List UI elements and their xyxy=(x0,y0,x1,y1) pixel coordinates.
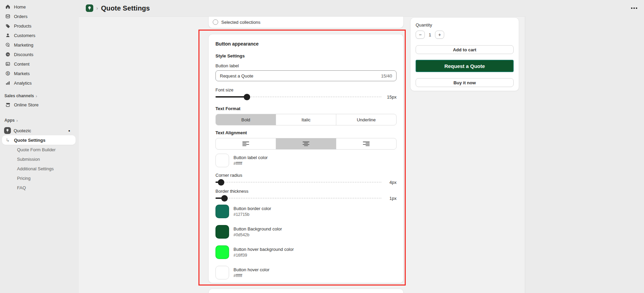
svg-text:%: % xyxy=(6,53,9,56)
color-swatch[interactable] xyxy=(215,225,229,239)
request-a-quote-button[interactable]: Request a Quote xyxy=(416,60,514,72)
slider-thumb[interactable] xyxy=(244,94,250,100)
slider-dotted-track xyxy=(215,198,382,199)
font-size-value: 15px xyxy=(386,94,397,100)
next-card-partial xyxy=(208,289,404,293)
sidebar-item-analytics[interactable]: Analytics xyxy=(2,78,77,88)
sidebar-item-label: Home xyxy=(14,4,26,10)
slider-track[interactable] xyxy=(215,194,382,202)
sidebar-item-markets[interactable]: $ Markets xyxy=(2,69,77,78)
align-left-icon xyxy=(242,141,249,146)
text-format-option-italic[interactable]: Italic xyxy=(276,114,336,125)
quantity-label: Quantity xyxy=(416,22,514,28)
marketing-target-icon xyxy=(5,42,11,48)
sidebar-item-label: FAQ xyxy=(17,185,26,190)
sidebar-item-quotezic-app[interactable]: Quotezic • xyxy=(2,126,77,135)
sidebar-item-quote-form-builder[interactable]: Quote Form Builder xyxy=(2,145,77,154)
quotezic-app-icon xyxy=(86,4,93,12)
align-right-option[interactable] xyxy=(336,138,396,149)
align-center-option[interactable] xyxy=(276,138,336,149)
home-icon xyxy=(5,4,11,10)
dot-icon xyxy=(633,7,635,9)
currency-globe-icon: $ xyxy=(5,71,11,76)
add-to-cart-button[interactable]: Add to cart xyxy=(416,45,514,54)
quotezic-app-icon xyxy=(4,127,11,134)
color-label: Button label color xyxy=(234,155,268,160)
breadcrumb-chevron-icon: › xyxy=(96,5,98,11)
text-format-option-underline[interactable]: Underline xyxy=(336,114,396,125)
text-format-option-bold[interactable]: Bold xyxy=(216,114,276,125)
button-label-field-label: Button label xyxy=(215,63,397,68)
sidebar-item-products[interactable]: Products xyxy=(2,21,77,31)
button-appearance-card: Button appearance Style Settings Button … xyxy=(208,34,404,283)
color-label: Button hover color xyxy=(234,267,270,272)
sidebar-item-label: Customers xyxy=(14,33,35,38)
text-alignment-segmented-control xyxy=(215,138,397,150)
sidebar-item-faq[interactable]: FAQ xyxy=(2,183,77,192)
sidebar-item-label: Marketing xyxy=(14,42,33,48)
sidebar-item-label: Pricing xyxy=(17,176,31,181)
slider-thumb[interactable] xyxy=(221,195,228,202)
border-thickness-slider[interactable]: 1px xyxy=(215,194,397,202)
button-label-input[interactable]: Request a Quote 15/40 xyxy=(215,70,397,81)
sidebar-item-additional-settings[interactable]: Additional Settings xyxy=(2,164,77,173)
discount-badge-icon: % xyxy=(5,52,11,57)
buy-it-now-button[interactable]: Buy it now xyxy=(416,78,514,87)
overflow-menu-button[interactable] xyxy=(630,6,639,10)
apps-section[interactable]: Apps › xyxy=(2,116,77,124)
slider-track[interactable] xyxy=(215,93,382,101)
sales-channels-section[interactable]: Sales channels › xyxy=(2,92,77,100)
style-settings-heading: Style Settings xyxy=(215,53,397,58)
color-swatch[interactable] xyxy=(215,266,229,279)
sidebar-item-orders[interactable]: Orders xyxy=(2,12,77,21)
font-size-slider[interactable]: 15px xyxy=(215,93,397,101)
slider-track[interactable] xyxy=(215,178,382,186)
sidebar-item-label: Quote Settings xyxy=(14,138,45,143)
sidebar-item-submission[interactable]: Submission xyxy=(2,154,77,164)
slider-thumb[interactable] xyxy=(218,179,224,186)
sidebar-item-pricing[interactable]: Pricing xyxy=(2,173,77,183)
sidebar-item-marketing[interactable]: Marketing xyxy=(2,40,77,50)
sidebar-item-label: Quote Form Builder xyxy=(17,147,55,152)
color-hex: #ffffff xyxy=(234,273,270,278)
sidebar-item-label: Content xyxy=(14,62,30,67)
align-center-icon xyxy=(302,141,310,146)
align-left-option[interactable] xyxy=(216,138,276,149)
sidebar-item-label: Discounts xyxy=(14,52,33,57)
sidebar-item-discounts[interactable]: % Discounts xyxy=(2,50,77,59)
color-swatch[interactable] xyxy=(215,245,229,259)
button-label-color-row: Button label color #ffffff xyxy=(215,154,397,167)
quantity-increase-button[interactable]: + xyxy=(435,31,444,39)
corner-radius-slider[interactable]: 4px xyxy=(215,178,397,186)
button-label-value: Request a Quote xyxy=(220,73,253,79)
page-title: Quote Settings xyxy=(101,4,150,12)
sidebar-item-label: Orders xyxy=(14,14,28,19)
buy-buttons-preview-panel: Quantity − 1 + Add to cart Request a Quo… xyxy=(410,17,519,91)
sidebar-item-content[interactable]: Content xyxy=(2,59,77,69)
dot-icon xyxy=(631,7,632,9)
sidebar-item-label: Markets xyxy=(14,71,30,76)
chevron-right-icon: › xyxy=(36,93,37,99)
sidebar-item-label: Analytics xyxy=(14,81,32,86)
bar-chart-icon xyxy=(5,80,11,86)
sidebar-item-home[interactable]: Home xyxy=(2,2,77,12)
main-content: Selected collections Button appearance S… xyxy=(79,17,525,293)
quantity-decrease-button[interactable]: − xyxy=(416,31,425,39)
notification-dot: • xyxy=(68,128,74,133)
sales-channels-label: Sales channels xyxy=(4,93,34,98)
sidebar-item-customers[interactable]: Customers xyxy=(2,31,77,40)
slider-dotted-track xyxy=(215,182,382,183)
orders-icon xyxy=(5,14,11,19)
char-counter: 15/40 xyxy=(381,73,392,79)
color-hex: #0d542b xyxy=(234,232,282,237)
dot-icon xyxy=(636,7,637,9)
color-swatch[interactable] xyxy=(215,154,229,167)
radio-selected-collections[interactable] xyxy=(213,19,218,25)
sidebar-item-online-store[interactable]: Online Store xyxy=(2,100,77,109)
sidebar-item-quote-settings[interactable]: ↳ Quote Settings xyxy=(2,135,76,145)
collections-card: Selected collections xyxy=(208,17,404,28)
app-name-label: Quotezic xyxy=(14,128,31,133)
storefront-icon xyxy=(5,102,11,108)
color-label: Button hover background color xyxy=(234,247,294,252)
color-swatch[interactable] xyxy=(215,205,229,218)
